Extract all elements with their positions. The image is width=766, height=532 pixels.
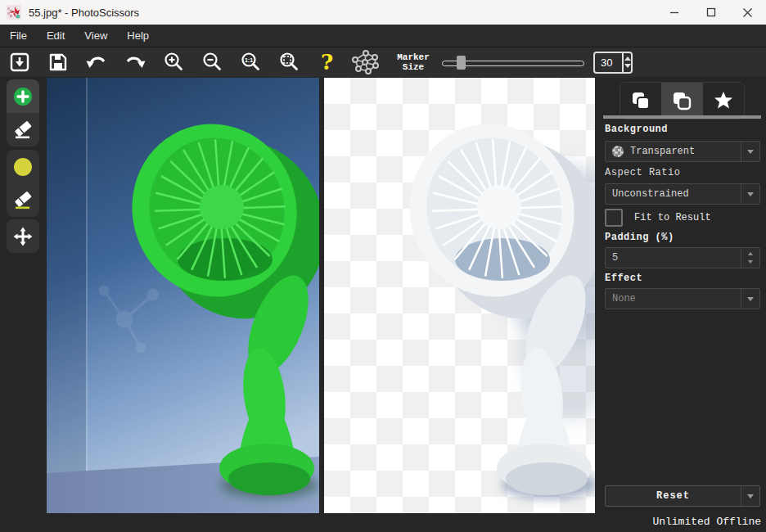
save-icon	[47, 51, 70, 74]
close-icon	[742, 7, 753, 18]
open-image-icon	[8, 51, 31, 74]
move-icon	[12, 226, 34, 247]
move-tool-group	[7, 219, 39, 253]
dropdown-arrow[interactable]	[741, 289, 759, 309]
undo-button[interactable]	[77, 47, 115, 77]
undo-icon	[85, 51, 108, 74]
move-button[interactable]	[7, 219, 39, 253]
background-label: Background	[605, 124, 668, 135]
fan-cutout-result	[387, 102, 595, 495]
chevron-down-icon	[747, 150, 754, 154]
padding-spinbox	[605, 247, 760, 268]
close-button[interactable]	[729, 0, 766, 25]
maximize-button[interactable]	[692, 0, 729, 25]
result-image	[324, 78, 595, 513]
chevron-down-icon	[747, 494, 754, 498]
foreground-eraser-button[interactable]	[7, 113, 39, 147]
padding-input[interactable]	[606, 248, 741, 268]
padding-steppers	[741, 248, 759, 268]
source-image-pane[interactable]	[47, 78, 319, 513]
padding-label: Padding (%)	[605, 232, 674, 243]
tab-stack-filled[interactable]	[620, 83, 661, 119]
redo-button[interactable]	[115, 47, 154, 77]
fit-to-result-label: Fit to Result	[634, 212, 711, 223]
dropdown-arrow[interactable]	[741, 142, 759, 161]
marker-size-spinbox	[593, 52, 633, 74]
chevron-down-icon	[747, 192, 754, 196]
open-image-button[interactable]	[0, 47, 38, 77]
reset-button[interactable]: Reset	[605, 485, 760, 507]
zoom-fit-button[interactable]	[269, 47, 308, 77]
menu-view[interactable]: View	[84, 29, 107, 42]
tab-stack-outline[interactable]	[661, 83, 702, 119]
effect-label: Effect	[605, 273, 642, 284]
save-button[interactable]	[38, 47, 77, 77]
background-marker-icon	[12, 156, 34, 178]
marker-size-input[interactable]	[595, 53, 622, 72]
title-bar: 55.jpg* - PhotoScissors	[0, 0, 766, 25]
aspect-ratio-label: Aspect Ratio	[605, 167, 680, 178]
background-eraser-icon	[12, 190, 34, 211]
step-up-icon[interactable]	[624, 56, 631, 61]
app-logo-icon	[7, 5, 21, 20]
dropdown-arrow[interactable]	[741, 184, 759, 204]
zoom-in-icon	[162, 51, 185, 74]
app-window: 55.jpg* - PhotoScissors File Edit View H…	[0, 0, 766, 532]
zoom-out-icon	[201, 51, 223, 74]
background-tool-group	[7, 150, 39, 217]
step-down-icon[interactable]	[748, 260, 753, 264]
step-down-icon[interactable]	[624, 64, 631, 68]
stack-filled-icon	[630, 90, 651, 111]
marker-size-label: Marker Size	[391, 52, 435, 72]
segmentation-button[interactable]	[346, 47, 385, 77]
fit-to-result-checkbox[interactable]	[605, 209, 623, 227]
menu-file[interactable]: File	[10, 29, 27, 42]
background-marker-button[interactable]	[7, 150, 39, 183]
aspect-ratio-value: Unconstrained	[606, 188, 689, 200]
settings-panel: Background Transparent Aspect Ratio Unco…	[603, 77, 766, 532]
help-icon: ?	[321, 52, 333, 73]
aspect-ratio-dropdown[interactable]: Unconstrained	[605, 183, 760, 205]
menu-help[interactable]: Help	[127, 29, 149, 42]
svg-text:1:1: 1:1	[244, 57, 252, 63]
step-up-icon[interactable]	[748, 252, 753, 255]
window-title: 55.jpg* - PhotoScissors	[29, 7, 139, 19]
zoom-actual-size-icon: 1:1	[239, 51, 262, 74]
foreground-marker-icon	[12, 86, 34, 107]
license-status: Unlimited Offline	[652, 516, 761, 528]
star-icon	[713, 90, 734, 111]
minimize-button[interactable]	[656, 0, 692, 25]
reset-dropdown-arrow[interactable]	[741, 486, 759, 506]
source-image	[47, 78, 319, 513]
foreground-eraser-icon	[12, 119, 34, 141]
marker-size-slider[interactable]	[442, 56, 583, 70]
background-value: Transparent	[630, 146, 695, 157]
zoom-in-button[interactable]	[154, 47, 192, 77]
fit-to-result-row: Fit to Result	[605, 208, 711, 228]
effect-value: None	[606, 293, 636, 304]
zoom-actual-size-button[interactable]: 1:1	[231, 47, 269, 77]
transparent-swatch-icon	[612, 146, 624, 157]
stack-outline-icon	[671, 90, 692, 111]
foreground-marker-button[interactable]	[7, 79, 39, 113]
slider-thumb[interactable]	[457, 56, 466, 70]
reset-label: Reset	[606, 490, 741, 502]
background-dropdown[interactable]: Transparent	[605, 141, 760, 162]
toolbar: 1:1 ?	[0, 47, 766, 77]
chevron-down-icon	[747, 297, 754, 301]
panel-separator	[603, 115, 761, 119]
window-controls	[656, 0, 766, 25]
menu-edit[interactable]: Edit	[47, 29, 65, 42]
panel-tabs	[620, 82, 745, 119]
effect-dropdown[interactable]: None	[605, 288, 760, 309]
minimize-icon	[669, 7, 679, 17]
result-image-pane	[324, 78, 595, 513]
menu-bar: File Edit View Help	[0, 25, 766, 47]
zoom-out-button[interactable]	[192, 47, 231, 77]
background-eraser-button[interactable]	[7, 183, 39, 217]
help-button[interactable]: ?	[308, 47, 346, 77]
zoom-fit-icon	[277, 51, 300, 74]
segmentation-network-icon	[352, 50, 380, 74]
redo-icon	[124, 51, 146, 74]
tab-star[interactable]	[703, 83, 744, 119]
